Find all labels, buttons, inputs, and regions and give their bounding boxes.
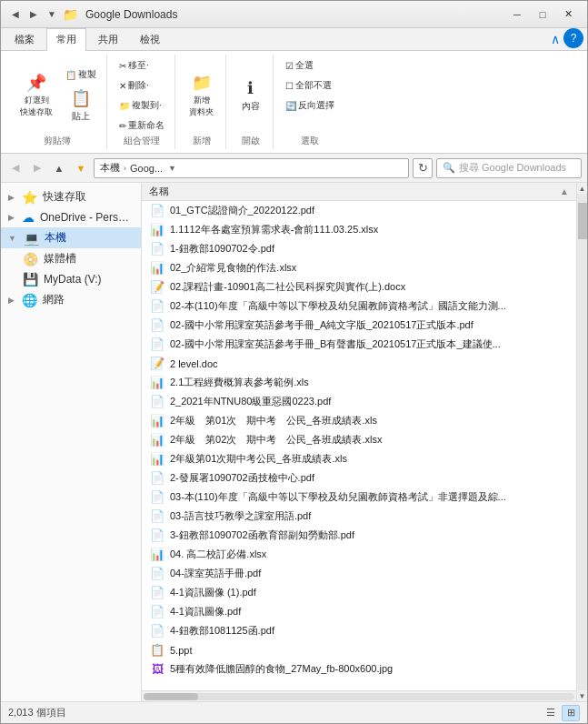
copy-to-button[interactable]: 📁 複製到· [115,96,169,115]
horizontal-scrollbar[interactable] [142,690,576,701]
refresh-button[interactable]: ↻ [413,158,433,178]
v-scroll-thumb[interactable] [578,203,587,239]
minimize-button[interactable]: ─ [505,5,529,25]
view-list-button[interactable]: ☰ [542,705,560,721]
select-all-button[interactable]: ☑ 全選 [281,56,339,75]
delete-button[interactable]: ✕ 刪除· [115,76,169,95]
file-item[interactable]: 📊 02_介紹常見食物的作法.xlsx [142,258,576,277]
ribbon-collapse-btn[interactable]: ∧ [547,28,563,50]
this-pc-expand-icon: ▼ [8,234,16,243]
ribbon-group-open: ℹ 內容 開啟 [228,55,274,149]
file-item[interactable]: 📄 04-課室英語手冊.pdf [142,564,576,583]
sidebar-item-network[interactable]: ▶ 🌐 網路 [1,289,141,310]
file-item[interactable]: 📝 2 level.doc [142,354,576,373]
up-button[interactable]: ▲ [50,158,68,178]
properties-button[interactable]: ℹ 內容 [235,75,266,116]
file-item[interactable]: 📄 02-國中小常用課室英語參考手冊_B有聲書版_20210517正式版本_建議… [142,335,576,354]
tab-share[interactable]: 共用 [88,28,128,50]
file-item[interactable]: 📄 2_2021年NTNU80級重惡國0223.pdf [142,392,576,411]
help-button[interactable]: ? [563,28,583,48]
paste-button[interactable]: 📋 貼上 [61,85,101,126]
file-item[interactable]: 📄 4-1資訊圖像 (1).pdf [142,583,576,602]
sidebar-item-onedrive[interactable]: ▶ ☁ OneDrive - Personal [1,207,141,227]
file-item[interactable]: 📊 2.1工程經費概算表參考範例.xls [142,373,576,392]
invert-select-button[interactable]: 🔄 反向選擇 [281,96,339,115]
file-type-icon: 📄 [150,242,164,256]
v-scroll-up[interactable]: ▲ [577,183,587,194]
title-bar-icons: ◀ ▶ ▼ 📁 [8,7,78,22]
address-dropdown-icon: ▼ [168,164,176,173]
back-button[interactable]: ◀ [6,158,25,178]
copy-icon: 📋 [65,70,76,80]
file-item[interactable]: 🖼 5種有效降低膽固醇的食物_27May_fb-800x600.jpg [142,659,576,679]
ribbon-group-clipboard: 📌 釘選到快速存取 📋 複製 📋 貼上 剪貼簿 [8,55,107,149]
file-type-icon: 📊 [150,414,164,427]
onedrive-expand-icon: ▶ [8,213,15,222]
file-item[interactable]: 📄 02-國中小常用課室英語參考手冊_A純文字版_20210517正式版本.pd… [142,316,576,335]
file-item[interactable]: 📊 04. 高二校訂必備.xlsx [142,545,576,564]
rename-button[interactable]: ✏ 重新命名 [115,116,169,135]
tab-home[interactable]: 常用 [46,28,86,51]
clipboard-buttons: 📌 釘選到快速存取 📋 複製 📋 貼上 [14,56,101,135]
this-pc-label: 本機 [45,230,134,246]
column-name-label: 名稱 [149,185,169,198]
sidebar-item-this-pc[interactable]: ▼ 💻 本機 [1,227,141,248]
select-all-icon: ☑ [285,61,294,71]
delete-icon: ✕ [119,81,126,91]
close-button[interactable]: ✕ [556,5,580,25]
file-item[interactable]: 📄 03-本(110)年度「高級中等以下學校及幼兒園教師資格考試」非選擇題及綜.… [142,488,576,507]
file-item[interactable]: 📄 3-鈕教部1090702函教育部副知勞動部.pdf [142,526,576,545]
tab-view[interactable]: 檢視 [130,28,170,50]
file-list: 📄 01_GTC認證簡介_20220122.pdf 📊 1.1112年各處室預算… [142,201,576,690]
path-chevron: › [124,164,126,173]
file-item[interactable]: 📄 2-發展署1090702函技檢中心.pdf [142,468,576,488]
file-item[interactable]: 📊 1.1112年各處室預算需求表-會前111.03.25.xlsx [142,220,576,239]
new-buttons: 📁 新增資料夾 [183,56,220,135]
select-none-button[interactable]: ☐ 全部不選 [281,76,339,95]
file-item[interactable]: 📊 2年級 第01次 期中考 公民_各班成績表.xls [142,411,576,430]
file-item[interactable]: 📄 4-1資訊圖像.pdf [142,602,576,621]
move-button[interactable]: ✂ 移至· [115,56,169,75]
pin-button[interactable]: 📌 釘選到快速存取 [14,70,59,121]
rename-label: 重新命名 [128,119,164,132]
down-arrow-icon: ▼ [45,7,59,22]
file-item[interactable]: 📋 5.ppt [142,640,576,659]
file-name: 02-國中小常用課室英語參考手冊_A純文字版_20210517正式版本.pdf [170,318,473,332]
new-folder-label: 新增資料夾 [189,95,214,118]
v-scroll-down[interactable]: ▼ [577,690,587,701]
address-input[interactable]: 本機 › Goog... ▼ [94,158,409,178]
file-item[interactable]: 📄 03-語言技巧教學之課室用語.pdf [142,507,576,526]
sidebar-item-media[interactable]: 📀 媒體槽 [1,248,141,269]
new-folder-button[interactable]: 📁 新增資料夾 [183,70,220,121]
move-label: 移至· [128,59,149,72]
vertical-scrollbar[interactable]: ▲ ▼ [576,183,587,701]
file-item[interactable]: 📄 01_GTC認證簡介_20220122.pdf [142,201,576,220]
view-detail-button[interactable]: ⊞ [562,705,580,721]
h-scroll-thumb[interactable] [144,693,198,700]
file-item[interactable]: 📊 2年級第01次期中考公民_各班成績表.xls [142,449,576,468]
search-box[interactable]: 🔍 搜尋 Google Downloads [436,158,582,178]
file-type-icon: 📄 [150,318,164,332]
file-type-icon: 📄 [150,567,164,580]
folder-icon: 📁 [63,7,78,22]
rename-icon: ✏ [119,121,126,131]
file-type-icon: 📄 [150,509,164,523]
file-type-icon: 📊 [150,452,164,466]
network-icon: 🌐 [22,293,37,307]
file-name: 3-鈕教部1090702函教育部副知勞動部.pdf [170,528,354,542]
sidebar-item-mydata[interactable]: 💾 MyData (V:) [1,269,141,289]
copy-button[interactable]: 📋 複製 [61,65,101,84]
file-item[interactable]: 📄 1-鈕教部1090702令.pdf [142,239,576,258]
tab-file[interactable]: 檔案 [5,28,45,50]
pin-label: 釘選到快速存取 [20,95,53,118]
maximize-button[interactable]: □ [531,5,554,25]
file-item[interactable]: 📝 02.課程計畫-10901高二社公民科探究與實作(上).docx [142,277,576,297]
file-type-icon: 📄 [150,490,164,504]
sidebar-item-quick-access[interactable]: ▶ ⭐ 快速存取 [1,186,141,207]
file-item[interactable]: 📄 02-本(110)年度「高級中等以下學校及幼兒園教師資格考試」國語文能力測.… [142,297,576,316]
copy-to-icon: 📁 [119,101,130,111]
file-type-icon: 📄 [150,586,164,599]
file-item[interactable]: 📊 2年級 第02次 期中考 公民_各班成績表.xlsx [142,430,576,449]
file-item[interactable]: 📄 4-鈕教部1081125函.pdf [142,621,576,640]
forward-button[interactable]: ▶ [28,158,46,178]
